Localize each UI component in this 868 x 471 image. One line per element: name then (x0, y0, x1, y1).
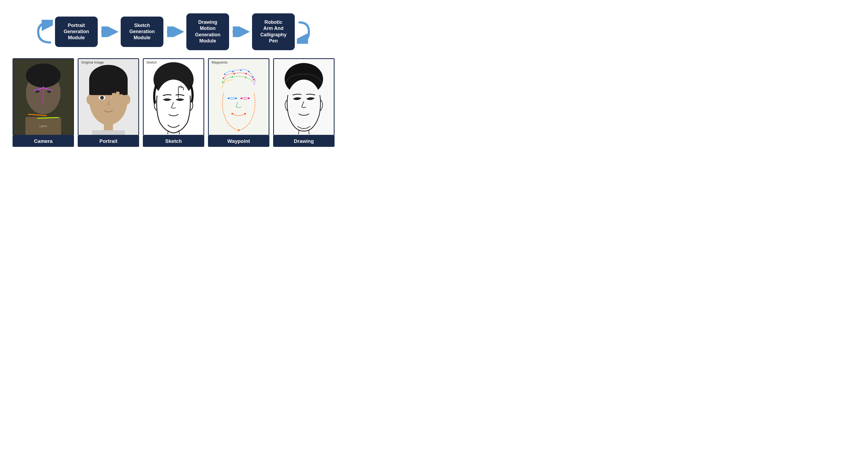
portrait-inner-label: Original Image (81, 60, 104, 64)
portrait-svg: Original Image (79, 58, 138, 136)
waypoint-svg: Waypoints (209, 58, 269, 136)
svg-point-40 (240, 69, 242, 71)
left-curved-arrow (35, 20, 53, 44)
svg-rect-27 (112, 93, 116, 106)
svg-point-47 (222, 82, 223, 83)
arrow-2 (165, 26, 184, 37)
svg-rect-31 (92, 130, 125, 136)
svg-point-41 (248, 71, 250, 72)
svg-point-44 (234, 73, 235, 74)
svg-point-45 (245, 73, 247, 74)
svg-point-46 (253, 79, 254, 81)
svg-point-55 (231, 113, 233, 115)
drawing-svg (274, 58, 334, 136)
sketch-label: Sketch (143, 136, 204, 147)
flow-section: Portrait Generation Module Sketch Genera… (5, 5, 342, 53)
drawing-label: Drawing (273, 136, 335, 147)
camera-frame: Levi's (12, 58, 74, 136)
waypoint-label: Waypoint (208, 136, 270, 147)
svg-point-50 (238, 129, 240, 131)
camera-label: Camera (12, 136, 74, 147)
svg-point-22 (124, 95, 130, 104)
svg-point-51 (228, 97, 229, 99)
svg-text:Waypoints: Waypoints (212, 60, 228, 64)
svg-point-39 (232, 71, 234, 72)
svg-point-53 (241, 97, 242, 99)
flow-container: Portrait Generation Module Sketch Genera… (5, 5, 342, 150)
sketch-generation-box: Sketch Generation Module (121, 17, 163, 47)
portrait-generation-box: Portrait Generation Module (55, 17, 98, 47)
portrait-label: Portrait (78, 136, 139, 147)
camera-card: Levi's (12, 58, 74, 147)
svg-rect-28 (116, 92, 120, 106)
bottom-section: Levi's (5, 53, 342, 150)
camera-svg: Levi's (13, 58, 73, 136)
drawing-card: Drawing (273, 58, 335, 147)
robotic-arm-box: Robotic Arm And Calligraphy Pen (252, 13, 295, 50)
svg-point-25 (100, 96, 104, 100)
svg-point-21 (87, 95, 93, 104)
waypoint-frame: Waypoints (208, 58, 270, 136)
svg-point-43 (223, 77, 224, 79)
sketch-card: Sketch (143, 58, 204, 147)
svg-text:Levi's: Levi's (39, 124, 47, 128)
svg-point-54 (248, 97, 250, 99)
right-down-arrow-wrap (297, 20, 312, 44)
drawing-frame (273, 58, 335, 136)
drawing-motion-box: Drawing Motion Generation Module (186, 13, 229, 50)
portrait-card: Original Image (78, 58, 139, 147)
svg-point-38 (224, 73, 226, 75)
svg-point-56 (244, 113, 246, 115)
sketch-frame: Sketch (143, 58, 204, 136)
svg-point-11 (47, 90, 51, 93)
svg-point-52 (235, 97, 237, 99)
portrait-frame: Original Image (78, 58, 139, 136)
arrow-1 (100, 26, 119, 37)
arrow-3 (231, 26, 250, 37)
svg-rect-29 (120, 94, 123, 106)
svg-point-10 (35, 90, 39, 93)
svg-point-7 (26, 64, 61, 88)
svg-point-42 (252, 76, 254, 78)
svg-point-48 (231, 76, 233, 78)
waypoint-card: Waypoints (208, 58, 270, 147)
sketch-svg: Sketch (144, 58, 204, 136)
svg-text:Sketch: Sketch (146, 60, 157, 64)
svg-rect-20 (89, 79, 128, 95)
svg-point-49 (245, 76, 246, 78)
